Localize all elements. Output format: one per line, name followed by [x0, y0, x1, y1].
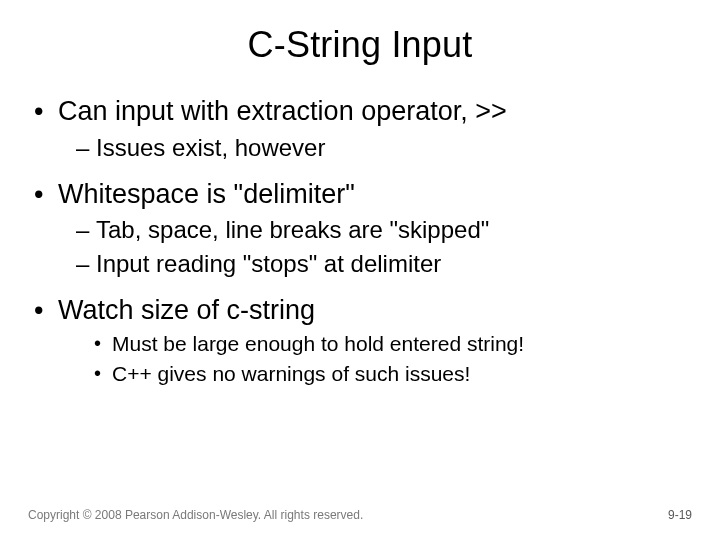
slide-footer: Copyright © 2008 Pearson Addison-Wesley.…	[28, 508, 692, 522]
sub-sub-bullet-item: Must be large enough to hold entered str…	[94, 330, 692, 357]
copyright-text: Copyright © 2008 Pearson Addison-Wesley.…	[28, 508, 363, 522]
slide: C-String Input Can input with extraction…	[0, 0, 720, 540]
sub-bullet-item: Tab, space, line breaks are "skipped"	[76, 214, 692, 245]
sub-bullet-text: Issues exist, however	[96, 134, 325, 161]
sub-bullet-text: Tab, space, line breaks are "skipped"	[96, 216, 489, 243]
sub-sub-bullet-list: Must be large enough to hold entered str…	[58, 330, 692, 387]
sub-sub-bullet-item: C++ gives no warnings of such issues!	[94, 360, 692, 387]
bullet-text: Whitespace is "delimiter"	[58, 179, 355, 209]
page-number: 9-19	[668, 508, 692, 522]
bullet-list: Can input with extraction operator, >> I…	[28, 94, 692, 387]
bullet-item: Can input with extraction operator, >> I…	[34, 94, 692, 163]
bullet-text: Watch size of c-string	[58, 295, 315, 325]
slide-title: C-String Input	[28, 24, 692, 66]
bullet-item: Watch size of c-string Must be large eno…	[34, 293, 692, 387]
sub-sub-bullet-text: C++ gives no warnings of such issues!	[112, 362, 470, 385]
bullet-item: Whitespace is "delimiter" Tab, space, li…	[34, 177, 692, 279]
sub-bullet-list: Tab, space, line breaks are "skipped" In…	[58, 214, 692, 278]
sub-bullet-text: Input reading "stops" at delimiter	[96, 250, 441, 277]
bullet-text: Can input with extraction operator, >>	[58, 96, 507, 126]
sub-bullet-item: Input reading "stops" at delimiter	[76, 248, 692, 279]
sub-bullet-item: Issues exist, however	[76, 132, 692, 163]
sub-sub-bullet-text: Must be large enough to hold entered str…	[112, 332, 524, 355]
sub-bullet-list: Issues exist, however	[58, 132, 692, 163]
